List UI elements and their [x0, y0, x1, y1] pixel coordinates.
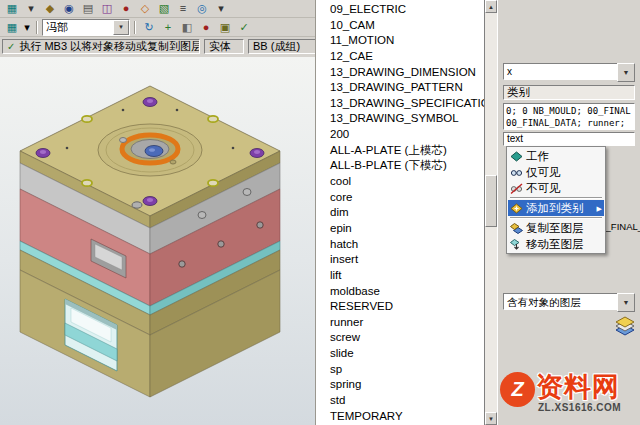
toolbar-button[interactable]: ◧ [178, 20, 196, 35]
layer-list-item[interactable]: sp [316, 362, 484, 378]
layer-settings-button[interactable] [613, 315, 637, 339]
scrollbar-thumb[interactable] [485, 175, 497, 227]
layer-list-item[interactable]: cool [316, 174, 484, 190]
selection-name: BB (成组) [253, 39, 300, 54]
layers-with-objects-value: 含有对象的图层 [503, 293, 617, 310]
menu-item-work[interactable]: 工作 [508, 148, 604, 164]
layer-list-item[interactable]: moldbase [316, 284, 484, 300]
menu-item-add-to-category[interactable]: 添加到类别 ▶ [508, 200, 604, 216]
menu-item-copy-to-layer[interactable]: 复制至图层 [508, 220, 604, 236]
layer-list-item[interactable]: std [316, 393, 484, 409]
submenu-arrow-icon: ▶ [597, 205, 602, 212]
layer-list-item[interactable]: spring [316, 377, 484, 393]
layer-list-item[interactable]: 11_MOTION [316, 33, 484, 49]
toolbar-button[interactable]: ▦ [3, 1, 21, 16]
menu-item-visible-only[interactable]: 仅可见 [508, 164, 604, 180]
menu-separator [510, 197, 602, 199]
layer-list-item[interactable]: 13_DRAWING_SYMBOL [316, 111, 484, 127]
toolbar-button[interactable]: ◆ [41, 1, 59, 16]
layer-list-item[interactable]: 200 [316, 127, 484, 143]
toolbar-button[interactable]: ◫ [98, 1, 116, 16]
layer-list-item[interactable]: 13_DRAWING_PATTERN [316, 80, 484, 96]
category-list-box[interactable]: 0; 0 NB_MOULD; 00_FINAL 00_FINAL_DATA; r… [503, 103, 635, 130]
layer-list-item[interactable]: RESERVED [316, 299, 484, 315]
filter-combo[interactable]: 冯部 ▾ [42, 19, 130, 36]
toolbar-button[interactable]: ● [197, 20, 215, 35]
arrow-glyph: ▼ [488, 416, 494, 422]
layer-list-item[interactable]: lift [316, 268, 484, 284]
chevron-down-icon[interactable]: ▾ [113, 20, 129, 35]
toolbar-icon: ≡ [180, 3, 186, 14]
toolbar-button[interactable]: ▣ [216, 20, 234, 35]
scroll-up-icon[interactable]: ▲ [485, 0, 497, 13]
layer-context-menu: 工作 仅可见 不可见 添加到类别 ▶ 复制至图层 移动至图层 [506, 146, 606, 254]
layer-list-item[interactable]: ALL-B-PLATE (下模芯) [316, 158, 484, 174]
layer-list-item[interactable]: slide [316, 346, 484, 362]
dropdown-arrow-icon[interactable]: ▾ [22, 20, 32, 35]
application-window: ▦▾◆◉▤◫●◇▧≡◎▾ ▦ ▾ 冯部 ▾ ↻+◧●▣✓ ✓ 执行 MB3 以将… [0, 0, 640, 425]
menu-item-label: 添加到类别 [526, 201, 584, 216]
category-section-label: 类别 [503, 85, 635, 100]
toolbar-button[interactable]: ▤ [79, 1, 97, 16]
filter-combo-value: 冯部 [43, 20, 113, 35]
layer-list-item[interactable]: TEMPORARY [316, 409, 484, 425]
watermark-domain: ZL.XS1616.COM [538, 402, 621, 413]
layer-list-item[interactable]: hatch [316, 237, 484, 253]
layer-list-item[interactable]: 13_DRAWING_DIMENSION [316, 65, 484, 81]
toolbar-icon: + [165, 22, 171, 33]
layer-list-item[interactable]: 10_CAM [316, 18, 484, 34]
mold-3d-model[interactable] [5, 58, 305, 408]
layer-stack-icon [614, 315, 636, 339]
layer-list-item[interactable]: core [316, 190, 484, 206]
graphics-viewport[interactable] [0, 57, 315, 425]
layer-list-item[interactable]: 13_DRAWING_SPECIFICATION [316, 96, 484, 112]
layers-icon: ▦ [7, 22, 17, 33]
menu-item-label: 复制至图层 [526, 221, 584, 236]
chevron-down-icon[interactable]: ▼ [617, 293, 635, 312]
layer-list-item[interactable]: dim [316, 205, 484, 221]
selection-type: 实体 [209, 39, 231, 54]
toolbar-button[interactable]: ↻ [140, 20, 158, 35]
layer-list-item[interactable]: 12_CAE [316, 49, 484, 65]
category-filter-combo[interactable]: x ▼ [503, 63, 635, 80]
menu-item-label: 仅可见 [526, 165, 561, 180]
menu-item-move-to-layer[interactable]: 移动至图层 [508, 236, 604, 252]
layer-list-item[interactable]: ALL-A-PLATE (上模芯) [316, 143, 484, 159]
copy-layer-icon [510, 222, 523, 235]
chevron-down-icon[interactable]: ▼ [617, 63, 635, 82]
add-category-icon [510, 202, 523, 215]
category-line: 00_FINAL_DATA; runner; [506, 117, 632, 129]
toolbar-button[interactable]: ◇ [136, 1, 154, 16]
toolbar-button[interactable]: ▧ [155, 1, 173, 16]
menu-item-invisible[interactable]: 不可见 [508, 180, 604, 196]
toolbar-icon: ▤ [83, 3, 93, 14]
layer-list-item[interactable]: epin [316, 221, 484, 237]
toolbar-button[interactable]: ≡ [174, 1, 192, 16]
toolbar-icon: ◧ [182, 22, 192, 33]
arrow-glyph: ▼ [623, 69, 630, 76]
watermark-logo: Z [500, 372, 535, 407]
category-text-input[interactable]: text [503, 132, 635, 146]
layer-list-item[interactable]: insert [316, 252, 484, 268]
layers-with-objects-combo[interactable]: 含有对象的图层 ▼ [503, 293, 635, 310]
toolbar-button[interactable]: ▾ [212, 1, 230, 16]
list-scrollbar[interactable]: ▲ ▼ [484, 0, 497, 425]
toolbar-button[interactable]: ▦ [3, 20, 21, 35]
toolbar-icon: ◫ [102, 3, 112, 14]
layer-list-item[interactable]: runner [316, 315, 484, 331]
toolbar-button[interactable]: ✓ [235, 20, 253, 35]
status-check-icon: ✓ [7, 41, 15, 52]
toolbar-button[interactable]: ▾ [22, 1, 40, 16]
toolbar-icon: ◇ [141, 3, 149, 14]
toolbar-button[interactable]: ◎ [193, 1, 211, 16]
toolbar-button[interactable]: + [159, 20, 177, 35]
toolbar-icon: ◆ [46, 3, 54, 14]
toolbar-button[interactable]: ● [117, 1, 135, 16]
watermark-site-name: 资料网 [536, 369, 620, 405]
category-filter-value: x [503, 63, 617, 80]
layer-list-item[interactable]: 09_ELECTRIC [316, 2, 484, 18]
toolbar-button[interactable]: ◉ [60, 1, 78, 16]
arrow-glyph: ▾ [119, 23, 123, 31]
scroll-down-icon[interactable]: ▼ [485, 412, 497, 425]
layer-list-item[interactable]: screw [316, 330, 484, 346]
